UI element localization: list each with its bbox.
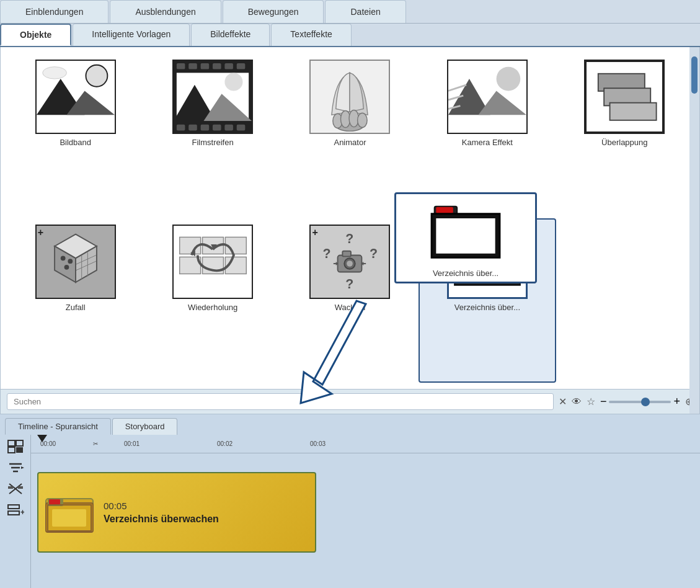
playhead-icon[interactable] — [4, 437, 27, 456]
zufall-icon-box: + — [35, 225, 116, 299]
scrollbar[interactable] — [689, 47, 699, 414]
svg-rect-8 — [201, 63, 210, 69]
svg-rect-86 — [18, 486, 23, 489]
svg-rect-38 — [610, 102, 657, 120]
svg-rect-85 — [8, 486, 13, 489]
cut-svg — [7, 481, 24, 496]
zoom-slider[interactable] — [609, 401, 671, 403]
svg-rect-17 — [237, 125, 246, 131]
kamera-effekt-svg — [448, 61, 526, 133]
svg-text:+: + — [20, 508, 24, 517]
svg-point-48 — [60, 256, 65, 261]
ruler-00-01: 00:01 — [124, 440, 140, 447]
star-icon[interactable]: ☆ — [587, 396, 595, 408]
timeline-tab-spuransicht[interactable]: Timeline - Spuransicht — [5, 418, 111, 435]
wiederholung-svg — [174, 225, 252, 297]
eye-icon[interactable]: 👁 — [572, 396, 582, 408]
kamera-effekt-label: Kamera Effekt — [462, 138, 513, 147]
filter-icon[interactable] — [4, 458, 27, 477]
animator-label: Animator — [334, 138, 366, 147]
bildband-label: Bildband — [60, 138, 91, 147]
ruler-00-02: 00:02 — [217, 440, 233, 447]
add-track-icon[interactable]: + — [4, 501, 27, 519]
bottom-section: Timeline - Spuransicht Storyboard — [0, 414, 700, 588]
animator-icon-box — [309, 60, 390, 134]
timeline-track-area: 00:00 ✂ 00:01 00:02 00:03 — [31, 435, 700, 588]
cut-icon[interactable] — [4, 479, 27, 498]
svg-point-62 — [347, 261, 353, 267]
svg-text:?: ? — [346, 231, 354, 246]
timeline-tab-storyboard[interactable]: Storyboard — [112, 418, 178, 435]
tooltip-inner: Verzeichnis über... — [400, 198, 531, 278]
tab-objekte[interactable]: Objekte — [0, 24, 71, 46]
svg-rect-75 — [8, 440, 15, 446]
clear-search-icon[interactable]: ✕ — [559, 396, 567, 408]
ueberlappung-icon-box — [584, 60, 665, 134]
scrollbar-thumb[interactable] — [691, 56, 698, 94]
icon-bildband[interactable]: Bildband — [7, 53, 144, 218]
svg-point-1 — [86, 65, 107, 87]
event-info: 00:05 Verzeichnis überwachen — [104, 501, 219, 525]
tab-ausblendungen[interactable]: Ausblendungen — [110, 0, 221, 23]
ueberlappung-svg — [587, 62, 662, 132]
tab-texteffekte[interactable]: Texteffekte — [271, 24, 351, 46]
zufall-plus-badge: + — [38, 227, 43, 238]
svg-rect-94 — [52, 509, 86, 527]
zufall-svg — [37, 225, 115, 297]
wackeln-svg: ? ? ? ? — [311, 225, 389, 297]
svg-text:?: ? — [370, 247, 378, 262]
tab-einblendungen[interactable]: Einblendungen — [0, 0, 109, 23]
kamera-effekt-icon-box — [447, 60, 528, 134]
icon-filmstreifen[interactable]: Filmstreifen — [144, 53, 281, 218]
svg-rect-87 — [8, 505, 19, 509]
animator-svg — [311, 61, 389, 133]
big-arrow-svg — [267, 292, 391, 416]
event-block[interactable]: 00:05 Verzeichnis überwachen — [37, 472, 316, 553]
playhead-svg — [7, 439, 24, 454]
zoom-slider-container: − + — [600, 395, 680, 408]
svg-point-4 — [42, 67, 66, 79]
svg-rect-78 — [16, 447, 23, 453]
tabs-row1: Einblendungen Ausblendungen Bewegungen D… — [0, 0, 700, 24]
tooltip-box[interactable]: Verzeichnis über... — [394, 192, 537, 283]
svg-rect-97 — [436, 207, 453, 213]
event-time: 00:05 — [104, 501, 219, 511]
wiederholung-icon-box — [172, 225, 253, 299]
svg-text:?: ? — [323, 247, 331, 262]
timeline-ruler: 00:00 ✂ 00:01 00:02 00:03 — [31, 435, 700, 453]
verzeichnis-label: Verzeichnis über... — [454, 303, 520, 312]
svg-rect-11 — [237, 63, 246, 69]
svg-rect-9 — [213, 63, 221, 69]
svg-rect-63 — [343, 251, 352, 257]
icon-ueberlappung[interactable]: Überlappung — [556, 53, 693, 218]
svg-rect-77 — [8, 447, 15, 453]
tooltip-folder-svg — [419, 198, 512, 266]
ruler-00-03: 00:03 — [310, 440, 326, 447]
svg-point-31 — [496, 67, 520, 91]
filmstreifen-svg — [174, 61, 252, 133]
tab-dateien[interactable]: Dateien — [325, 0, 405, 23]
svg-rect-6 — [177, 63, 185, 69]
ueberlappung-label: Überlappung — [601, 138, 647, 147]
tab-bildeffekte[interactable]: Bildeffekte — [191, 24, 270, 46]
svg-point-47 — [64, 265, 69, 270]
tooltip-label: Verzeichnis über... — [433, 269, 498, 278]
svg-rect-14 — [201, 125, 210, 131]
big-arrow — [267, 292, 391, 418]
tab-bewegungen[interactable]: Bewegungen — [223, 0, 324, 23]
event-folder-icon — [45, 488, 94, 537]
zoom-minus-icon[interactable]: − — [600, 395, 607, 408]
svg-marker-82 — [21, 466, 24, 469]
icon-wiederholung[interactable]: Wiederholung — [144, 218, 281, 383]
tabs-row2: Objekte Intelligente Vorlagen Bildeffekt… — [0, 24, 700, 47]
filmstreifen-icon-box — [172, 60, 253, 134]
filter-svg — [7, 460, 24, 475]
zoom-plus-icon[interactable]: + — [673, 395, 680, 408]
wackeln-plus-badge: + — [312, 227, 317, 238]
svg-rect-12 — [177, 125, 185, 131]
svg-point-49 — [68, 259, 73, 264]
svg-rect-76 — [16, 440, 23, 446]
svg-rect-88 — [8, 511, 19, 515]
tab-intelligente-vorlagen[interactable]: Intelligente Vorlagen — [73, 24, 190, 46]
icon-zufall[interactable]: + — [7, 218, 144, 383]
